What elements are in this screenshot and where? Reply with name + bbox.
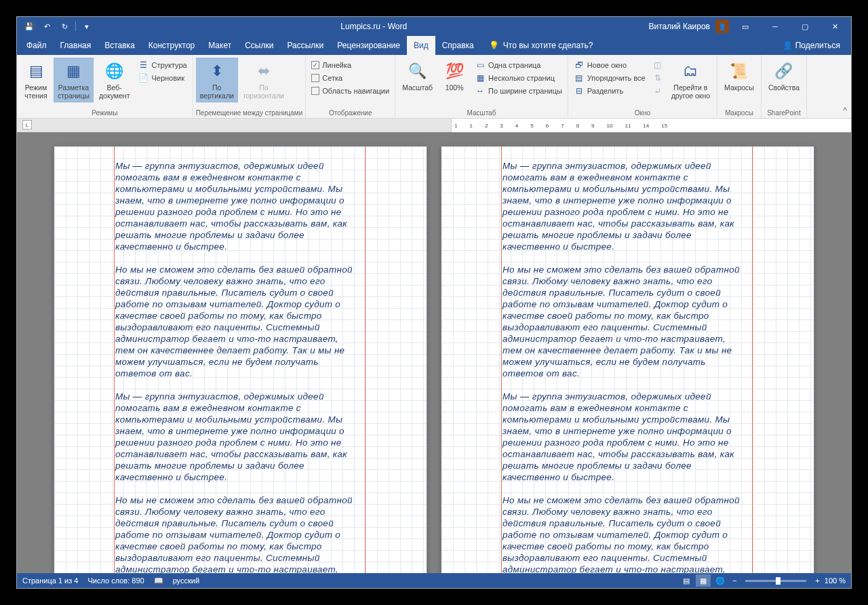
new-window-label: Новое окно xyxy=(587,61,627,69)
ruler-corner[interactable]: L xyxy=(22,120,32,130)
zoom-thumb[interactable] xyxy=(776,577,781,585)
hundred-button[interactable]: 💯100% xyxy=(438,58,471,94)
properties-icon: 🔗 xyxy=(773,60,795,82)
nav-checkbox[interactable]: Область навигации xyxy=(311,85,389,97)
language-status[interactable]: русский xyxy=(173,577,199,585)
margin-line xyxy=(114,147,115,573)
page-width-button[interactable]: ↔По ширине страницы xyxy=(475,85,562,97)
horizontal-ruler[interactable]: 1 1 2 3 4 5 6 7 8 9 10 11 14 15 xyxy=(451,119,851,132)
document-text[interactable]: Мы — группа энтузиастов, одержимых идеей… xyxy=(502,160,814,573)
print-layout-icon: ▦ xyxy=(62,60,84,82)
read-mode-button[interactable]: ▤Режим чтения xyxy=(20,58,52,102)
draft-icon: 📄 xyxy=(138,73,149,83)
share-icon: 👤 xyxy=(783,41,793,50)
paragraph: Но мы не сможем это сделать без вашей об… xyxy=(502,494,746,573)
page-status[interactable]: Страница 1 из 4 xyxy=(22,577,78,585)
hundred-label: 100% xyxy=(446,83,464,92)
page-2[interactable]: Мы — группа энтузиастов, одержимых идеей… xyxy=(441,146,814,573)
side-by-side-button[interactable]: ◫ xyxy=(652,59,663,71)
paragraph: Но мы не сможем это сделать без вашей об… xyxy=(115,494,359,573)
user-avatar[interactable]: 👤 xyxy=(715,20,729,33)
document-area[interactable]: Мы — группа энтузиастов, одержимых идеей… xyxy=(17,132,851,573)
tab-home[interactable]: Главная xyxy=(54,36,98,55)
group-modes: ▤Режим чтения ▦Разметка страницы 🌐Веб- д… xyxy=(17,55,193,118)
one-page-button[interactable]: ▭Одна страница xyxy=(475,59,562,71)
outline-button[interactable]: ☰Структура xyxy=(138,59,186,71)
minimize-button[interactable]: ─ xyxy=(762,17,789,36)
document-text[interactable]: Мы — группа энтузиастов, одержимых идеей… xyxy=(115,160,427,573)
tab-mailings[interactable]: Рассылки xyxy=(280,36,330,55)
tab-help[interactable]: Справка xyxy=(435,36,481,55)
tab-file[interactable]: Файл xyxy=(20,36,54,55)
document-title: Lumpics.ru - Word xyxy=(99,22,648,31)
zoom-out-button[interactable]: − xyxy=(730,577,739,585)
tab-insert[interactable]: Вставка xyxy=(98,36,142,55)
read-mode-icon: ▤ xyxy=(25,60,47,82)
draft-button[interactable]: 📄Черновик xyxy=(138,72,186,84)
split-button[interactable]: ⊟Разделить xyxy=(574,85,646,97)
close-button[interactable]: ✕ xyxy=(821,17,848,36)
quick-access-toolbar: 💾 ↶ ↻ ▾ xyxy=(17,20,99,33)
ribbon-display-options-icon[interactable]: ▭ xyxy=(732,17,759,36)
web-view-icon[interactable]: 🌐 xyxy=(713,574,728,587)
read-view-icon[interactable]: ▤ xyxy=(679,574,694,587)
page-width-label: По ширине страницы xyxy=(488,87,562,95)
undo-icon[interactable]: ↶ xyxy=(40,20,54,33)
ruler-mark: 11 xyxy=(625,123,631,129)
horizontal-button[interactable]: ⬌По горизонтали xyxy=(239,58,288,102)
macros-icon: 📜 xyxy=(728,60,750,82)
tab-view[interactable]: Вид xyxy=(407,36,435,55)
spell-check-icon[interactable]: 📖 xyxy=(154,577,163,585)
status-right: ▤ ▦ 🌐 − + 100 % xyxy=(679,574,846,587)
group-modes-title: Режимы xyxy=(20,108,190,118)
ruler-mark: 7 xyxy=(561,123,564,129)
share-button[interactable]: 👤 Поделиться xyxy=(774,41,848,50)
read-mode-label: Режим чтения xyxy=(24,83,47,100)
group-pagemove-title: Перемещение между страницами xyxy=(196,108,303,118)
maximize-button[interactable]: ▢ xyxy=(791,17,818,36)
ruler-checkbox[interactable]: ✓Линейка xyxy=(311,59,389,71)
tab-layout[interactable]: Макет xyxy=(201,36,238,55)
grid-checkbox[interactable]: Сетка xyxy=(311,72,389,84)
tab-references[interactable]: Ссылки xyxy=(238,36,280,55)
web-layout-label: Веб- документ xyxy=(99,83,130,100)
collapse-ribbon-icon[interactable]: ^ xyxy=(843,106,847,115)
print-view-icon[interactable]: ▦ xyxy=(696,574,711,587)
macros-button[interactable]: 📜Макросы xyxy=(720,58,758,94)
vertical-label: По вертикали xyxy=(200,83,234,100)
group-zoom: 🔍Масштаб 💯100% ▭Одна страница ▦Несколько… xyxy=(395,55,568,118)
tab-review[interactable]: Рецензирование xyxy=(330,36,407,55)
ruler-mark: 9 xyxy=(591,123,594,129)
multi-page-button[interactable]: ▦Несколько страниц xyxy=(475,72,562,84)
sync-scroll-button[interactable]: ⇅ xyxy=(652,72,663,84)
reset-window-button[interactable]: ⤾ xyxy=(652,85,663,97)
qat-customize-icon[interactable]: ▾ xyxy=(80,20,94,33)
properties-label: Свойства xyxy=(768,83,800,92)
tab-design[interactable]: Конструктор xyxy=(142,36,201,55)
new-window-button[interactable]: 🗗Новое окно xyxy=(574,59,646,71)
zoom-button[interactable]: 🔍Масштаб xyxy=(398,58,437,94)
tell-me-search[interactable]: 💡 Что вы хотите сделать? xyxy=(489,41,593,50)
switch-windows-button[interactable]: 🗂Перейти в другое окно xyxy=(667,58,714,102)
vertical-button[interactable]: ⬍По вертикали xyxy=(196,58,238,102)
ribbon-tabs: Файл Главная Вставка Конструктор Макет С… xyxy=(17,36,851,55)
redo-icon[interactable]: ↻ xyxy=(58,20,71,33)
zoom-slider[interactable] xyxy=(745,580,806,582)
grid-label: Сетка xyxy=(322,74,342,82)
group-zoom-title: Масштаб xyxy=(398,108,565,118)
save-icon[interactable]: 💾 xyxy=(22,20,36,33)
zoom-in-button[interactable]: + xyxy=(812,577,822,585)
group-show-title: Отображение xyxy=(309,108,392,118)
zoom-level[interactable]: 100 % xyxy=(825,577,846,585)
ruler-mark: 1 xyxy=(469,123,472,129)
print-layout-button[interactable]: ▦Разметка страницы xyxy=(54,58,94,102)
ruler-mark: 14 xyxy=(643,123,649,129)
page-1[interactable]: Мы — группа энтузиастов, одержимых идеей… xyxy=(54,146,427,573)
ruler-mark: 3 xyxy=(500,123,502,129)
lightbulb-icon: 💡 xyxy=(489,41,499,50)
properties-button[interactable]: 🔗Свойства xyxy=(764,58,804,94)
arrange-all-button[interactable]: ▤Упорядочить все xyxy=(574,72,646,84)
group-window-title: Окно xyxy=(571,108,714,118)
web-layout-button[interactable]: 🌐Веб- документ xyxy=(95,58,134,102)
word-count[interactable]: Число слов: 890 xyxy=(87,577,144,585)
